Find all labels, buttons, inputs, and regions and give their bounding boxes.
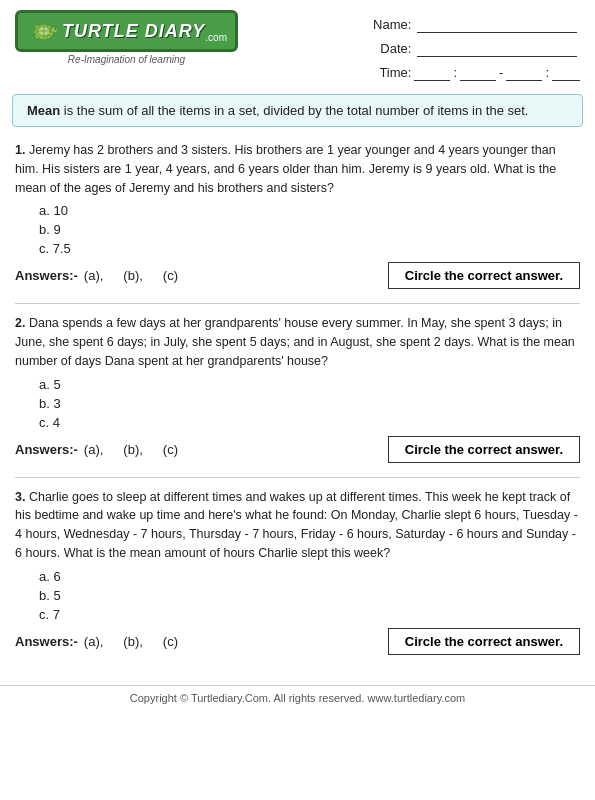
name-row: Name: xyxy=(371,15,580,33)
logo-com: .com xyxy=(205,32,227,43)
option-3c: c. 7 xyxy=(39,607,580,622)
answer-b-3: (b), xyxy=(123,634,143,649)
svg-point-5 xyxy=(55,28,56,29)
option-2c: c. 4 xyxy=(39,415,580,430)
footer-text: Copyright © Turtlediary.Com. All rights … xyxy=(130,692,465,704)
option-1a: a. 10 xyxy=(39,203,580,218)
time-label: Time: xyxy=(371,65,411,80)
options-1: a. 10 b. 9 c. 7.5 xyxy=(15,203,580,256)
divider-1 xyxy=(15,303,580,304)
questions-area: 1. Jeremy has 2 brothers and 3 sisters. … xyxy=(0,135,595,675)
definition-term: Mean xyxy=(27,103,60,118)
options-2: a. 5 b. 3 c. 4 xyxy=(15,377,580,430)
question-number-2: 2. xyxy=(15,316,25,330)
option-1b: b. 9 xyxy=(39,222,580,237)
option-2b: b. 3 xyxy=(39,396,580,411)
date-input[interactable] xyxy=(417,39,577,57)
answer-c-1: (c) xyxy=(163,268,178,283)
answers-label-2: Answers:- xyxy=(15,442,78,457)
question-text-3: 3. Charlie goes to sleep at different ti… xyxy=(15,488,580,563)
answers-label-1: Answers:- xyxy=(15,268,78,283)
option-1c: c. 7.5 xyxy=(39,241,580,256)
question-content-3: Charlie goes to sleep at different times… xyxy=(15,490,578,560)
time-sep-1: : xyxy=(453,65,457,80)
logo-area: TURTLE DIARY .com Re-Imagination of lear… xyxy=(15,10,238,65)
footer: Copyright © Turtlediary.Com. All rights … xyxy=(0,685,595,712)
answer-c-2: (c) xyxy=(163,442,178,457)
logo-box: TURTLE DIARY .com xyxy=(15,10,238,52)
svg-point-10 xyxy=(33,31,37,33)
time-input-3[interactable] xyxy=(506,63,542,81)
question-text-1: 1. Jeremy has 2 brothers and 3 sisters. … xyxy=(15,141,580,197)
time-sep-2: - xyxy=(499,65,503,80)
answer-a-2: (a), xyxy=(84,442,104,457)
time-input-1[interactable] xyxy=(414,63,450,81)
answer-a-3: (a), xyxy=(84,634,104,649)
answers-label-3: Answers:- xyxy=(15,634,78,649)
question-content-2: Dana spends a few days at her grandparen… xyxy=(15,316,575,368)
answer-c-3: (c) xyxy=(163,634,178,649)
name-fields: Name: Date: Time: : - : xyxy=(371,10,580,81)
question-block-2: 2. Dana spends a few days at her grandpa… xyxy=(15,314,580,462)
option-2a: a. 5 xyxy=(39,377,580,392)
logo-text: TURTLE DIARY xyxy=(62,21,205,42)
definition-box: Mean is the sum of all the items in a se… xyxy=(12,94,583,127)
question-number-1: 1. xyxy=(15,143,25,157)
answer-row-1: Answers:- (a), (b), (c) Circle the corre… xyxy=(15,262,580,289)
time-input-4[interactable] xyxy=(552,63,580,81)
turtle-icon xyxy=(26,17,62,45)
answer-row-2: Answers:- (a), (b), (c) Circle the corre… xyxy=(15,436,580,463)
options-3: a. 6 b. 5 c. 7 xyxy=(15,569,580,622)
question-block-1: 1. Jeremy has 2 brothers and 3 sisters. … xyxy=(15,141,580,289)
circle-button-3[interactable]: Circle the correct answer. xyxy=(388,628,580,655)
divider-2 xyxy=(15,477,580,478)
date-row: Date: xyxy=(371,39,580,57)
answer-b-1: (b), xyxy=(123,268,143,283)
question-number-3: 3. xyxy=(15,490,25,504)
header: TURTLE DIARY .com Re-Imagination of lear… xyxy=(0,0,595,86)
circle-button-2[interactable]: Circle the correct answer. xyxy=(388,436,580,463)
logo-tagline: Re-Imagination of learning xyxy=(68,54,185,65)
date-label: Date: xyxy=(371,41,411,56)
option-3b: b. 5 xyxy=(39,588,580,603)
question-block-3: 3. Charlie goes to sleep at different ti… xyxy=(15,488,580,655)
name-label: Name: xyxy=(371,17,411,32)
answer-a-1: (a), xyxy=(84,268,104,283)
circle-button-1[interactable]: Circle the correct answer. xyxy=(388,262,580,289)
time-sep-3: : xyxy=(545,65,549,80)
time-input-2[interactable] xyxy=(460,63,496,81)
option-3a: a. 6 xyxy=(39,569,580,584)
definition-text: is the sum of all the items in a set, di… xyxy=(60,103,528,118)
question-text-2: 2. Dana spends a few days at her grandpa… xyxy=(15,314,580,370)
name-input[interactable] xyxy=(417,15,577,33)
time-row: Time: : - : xyxy=(371,63,580,81)
answer-row-3: Answers:- (a), (b), (c) Circle the corre… xyxy=(15,628,580,655)
answer-b-2: (b), xyxy=(123,442,143,457)
question-content-1: Jeremy has 2 brothers and 3 sisters. His… xyxy=(15,143,556,195)
